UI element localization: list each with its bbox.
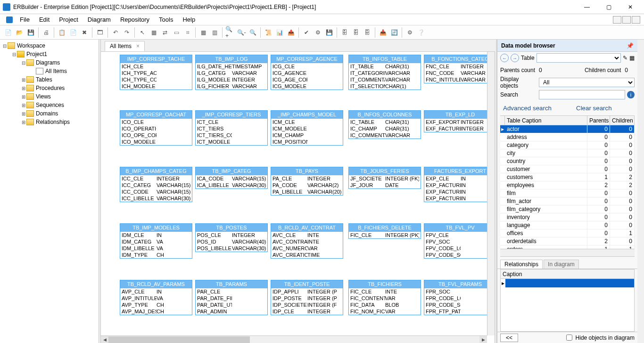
entity-tb-ident-poste[interactable]: TB_IDENT_POSTEIDP_APPLIINTEGER (PIDP_POS… (271, 280, 343, 315)
advanced-search-button[interactable]: Advanced search (500, 103, 554, 114)
tab-all-items[interactable]: All Items × (105, 41, 145, 51)
entity-tb-imp-modeles[interactable]: TB_IMP_MODELESIDM_CLEINIDM_CATEGVAIDM_LI… (120, 223, 192, 259)
comment-tool-icon[interactable]: ▭ (171, 27, 182, 38)
table-row[interactable]: customers12 (500, 173, 635, 181)
scroll-thumb[interactable] (108, 336, 250, 343)
entity-tb-imp-log[interactable]: TB_IMP_LOGILG_DATE_HEURETIMESTAMPILG_CAT… (195, 55, 268, 90)
search-input[interactable] (539, 90, 625, 99)
pin-icon[interactable]: 📌 (627, 42, 634, 49)
entity-b-fichiers-delete[interactable]: B_FICHIERS_DELETEFIC_CLEINTEGER (PK) (348, 223, 421, 239)
layout-icon[interactable]: ⌗ (182, 27, 193, 38)
caption-col[interactable]: Caption (501, 270, 634, 279)
entity-factures-export[interactable]: FACTURES_EXPORTEXP_CLEINEXP_FACTURE_CDIN… (424, 167, 487, 202)
entity--imp-corresp-tiers[interactable]: _IMP_CORRESP_TIERSICT_CLEICT_TIERSICT_TI… (195, 110, 268, 146)
menu-help[interactable]: Help (178, 15, 200, 24)
new-project-icon[interactable]: 📄 (3, 27, 13, 38)
table-select[interactable] (537, 53, 621, 63)
entity-b-imp-champs-categ[interactable]: B_IMP_CHAMPS_CATEGICC_CLEINTEGERICC_CATE… (120, 167, 192, 202)
table-row[interactable]: offices01 (500, 229, 635, 237)
entity-tb-infos-table[interactable]: TB_INFOS_TABLEIT_TABLECHAR(31)IT_CATEGOR… (348, 55, 421, 90)
edit-icon[interactable]: ✎ (623, 55, 627, 61)
mdi-restore-button[interactable] (622, 16, 631, 24)
entity--imp-champs-model[interactable]: _IMP_CHAMPS_MODELICM_CLEICM_MODELEICM_CH… (271, 110, 343, 146)
report-icon[interactable]: 📊 (274, 27, 285, 38)
table-row[interactable]: country00 (500, 157, 635, 165)
tree-project[interactable]: ⊟Project1 (0, 50, 99, 58)
paste-icon[interactable]: 📄 (68, 27, 78, 38)
entity-tb-jours-feries[interactable]: TB_JOURS_FERIESJF_SOCIETEINTEGER (FK)JF_… (348, 167, 421, 189)
entity-tb-postes[interactable]: TB_POSTESPOS_CLEINTEGERPOS_IDVARCHAR(40)… (195, 223, 268, 252)
browser-icon[interactable]: 🗔 (95, 27, 105, 38)
menu-project[interactable]: Project (54, 15, 83, 24)
tree-views[interactable]: ⊞Views (0, 92, 99, 101)
display-objects-select[interactable]: All (539, 78, 635, 87)
diagram-canvas[interactable]: IMP_CORRESP_TACHEICH_CLEICH_TYPE_ACHATIC… (101, 52, 487, 335)
scroll-right-icon[interactable]: ▶ (479, 336, 487, 343)
tree-all-items[interactable]: All Items (0, 67, 99, 75)
export-icon[interactable]: 📤 (286, 27, 296, 38)
table-row[interactable]: category00 (500, 141, 635, 149)
entity-b-infos-colonnes[interactable]: B_INFOS_COLONNESIC_TABLECHAR(31)IC_CHAMP… (348, 110, 421, 139)
info-icon[interactable]: i (627, 91, 635, 98)
sync-icon[interactable]: 🔄 (389, 27, 399, 38)
tree-diagrams[interactable]: ⊟Diagrams (0, 58, 99, 67)
table-row[interactable]: address00 (500, 133, 635, 141)
pointer-icon[interactable]: ↖ (137, 27, 148, 38)
entity-tb-params[interactable]: TB_PARAMSPAR_CLEPAR_DATE_FINPAR_DATE_UTI… (195, 280, 268, 315)
entity-mp-corresp-oachat[interactable]: MP_CORRESP_OACHATICO_CLEICO_OPERATION_AC… (120, 110, 192, 146)
col-parents[interactable]: Parents (587, 116, 610, 125)
back-button[interactable]: << (500, 334, 518, 342)
entity-tb-fichiers[interactable]: TB_FICHIERSFIC_CLEINTEFIC_CONTENT_TYPEVA… (348, 280, 421, 315)
script-icon[interactable]: 📜 (263, 27, 273, 38)
generate-icon[interactable]: ⚙ (313, 27, 323, 38)
validate-icon[interactable]: ✔ (301, 27, 312, 38)
scroll-left-icon[interactable]: ◀ (101, 336, 108, 343)
table-row[interactable]: employees22 (500, 181, 635, 189)
entity-imp-corresp-tache[interactable]: IMP_CORRESP_TACHEICH_CLEICH_TYPE_ACHATIC… (120, 55, 192, 90)
table-row[interactable]: film_actor00 (500, 197, 635, 205)
nav-fwd-icon[interactable]: → (511, 54, 519, 62)
maximize-button[interactable]: ▢ (598, 0, 619, 14)
grid-icon[interactable]: ▦ (198, 27, 208, 38)
mdi-minimize-button[interactable] (613, 16, 621, 24)
help-icon[interactable]: ❔ (416, 27, 426, 38)
save-icon[interactable]: 💾 (25, 27, 36, 38)
nav-back-icon[interactable]: ← (500, 54, 509, 62)
table-row[interactable]: film_category00 (500, 205, 635, 213)
caption-row-selected[interactable] (505, 279, 634, 287)
zoom-out-icon[interactable]: 🔍- (236, 27, 247, 38)
entity-tb-imp-categ[interactable]: TB_IMP_CATEGICA_CODEVARCHAR(15)ICA_LIBEL… (195, 167, 268, 189)
entity-tb-fvl-pv[interactable]: TB_FVL_PVFPV_CLEFPV_SOCFPV_CODE_LOUEURFP… (424, 223, 487, 259)
grid-h-scrollbar[interactable] (500, 249, 635, 256)
table-tool-icon[interactable]: ▦ (149, 27, 159, 38)
entity-tb-exp-ld[interactable]: TB_EXP_LDEXF_EXPORTINTEGEREXF_FACTUREINT… (424, 110, 487, 132)
redo-icon[interactable]: ↷ (122, 27, 132, 38)
table-row[interactable]: inventory00 (500, 213, 635, 221)
table-row[interactable]: orderdetails20 (500, 237, 635, 245)
tree-procedures[interactable]: ⊞Procedures (0, 84, 99, 92)
zoom-in-icon[interactable]: 🔍+ (225, 27, 235, 38)
options-icon[interactable]: ⚙ (405, 27, 415, 38)
entity-b-rcld-av-contrat[interactable]: B_RCLD_AV_CONTRATAVC_CLEINTEAVC_CONTRATI… (271, 223, 343, 259)
table-row[interactable]: city00 (500, 149, 635, 157)
tree-domains[interactable]: ⊞Domains (0, 109, 99, 118)
mdi-close-button[interactable] (632, 16, 640, 24)
menu-repository[interactable]: Repository (116, 15, 154, 24)
entity-tb-pays[interactable]: TB_PAYSPA_CLEINTEGERPA_CODEVARCHAR(2)PA_… (271, 167, 343, 196)
minimize-button[interactable]: — (576, 0, 598, 14)
tree-tables[interactable]: ⊞Tables (0, 75, 99, 84)
import-icon[interactable]: 📥 (378, 27, 388, 38)
app-menu-icon[interactable] (4, 15, 15, 24)
zoom-fit-icon[interactable]: 🔍 (248, 27, 258, 38)
table-row[interactable]: ▸actor00 (500, 125, 635, 133)
menu-tools[interactable]: Tools (154, 15, 178, 24)
tab-in-diagram[interactable]: In diagram (544, 260, 579, 269)
close-button[interactable]: ✕ (619, 0, 641, 14)
col-children[interactable]: Children (610, 116, 635, 125)
menu-file[interactable]: File (15, 15, 34, 24)
menu-edit[interactable]: Edit (34, 15, 54, 24)
tab-relationships[interactable]: Relationships (500, 260, 543, 269)
table-row[interactable]: orders11 (500, 245, 635, 249)
db1-icon[interactable]: 🗄 (339, 27, 350, 38)
col-caption[interactable]: Table Caption (505, 116, 587, 125)
